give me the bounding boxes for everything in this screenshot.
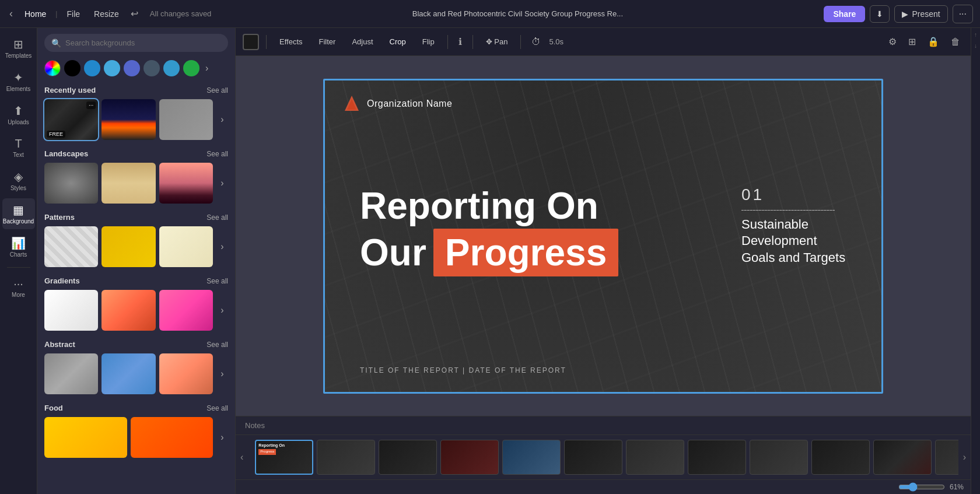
abstract-item-1[interactable] <box>44 353 98 394</box>
color-swatch-green[interactable] <box>183 60 200 76</box>
recently-used-arrow[interactable]: › <box>216 99 228 140</box>
gradient-item-2[interactable] <box>102 290 155 331</box>
recently-used-item-1[interactable]: ··· FREE <box>44 99 98 140</box>
slide-thumb-num-11: 11 <box>873 479 932 479</box>
undo-button[interactable]: ↩ <box>128 6 141 22</box>
styles-label: Styles <box>10 185 26 191</box>
slide-number: 01 <box>741 185 846 204</box>
abstract-see-all[interactable]: See all <box>206 341 228 349</box>
strip-next-button[interactable]: › <box>958 450 971 465</box>
charts-icon: 📊 <box>11 236 26 250</box>
recently-used-header: Recently used See all <box>44 86 228 94</box>
filter-button[interactable]: Filter <box>313 35 342 48</box>
sidebar-item-charts[interactable]: 📊 Charts <box>2 232 35 262</box>
info-button[interactable]: ℹ <box>455 34 466 50</box>
search-input[interactable] <box>44 34 228 52</box>
slide-thumb-11[interactable] <box>873 440 932 475</box>
abstract-item-2[interactable] <box>102 353 155 394</box>
adjust-button[interactable]: Adjust <box>346 35 379 48</box>
abstract-arrow[interactable]: › <box>216 353 228 394</box>
abstract-item-3[interactable] <box>159 353 213 394</box>
recently-used-see-all[interactable]: See all <box>206 86 228 94</box>
landscape-item-2[interactable] <box>102 163 155 204</box>
sidebar-item-text[interactable]: T Text <box>2 132 35 163</box>
food-item-1[interactable] <box>44 417 127 458</box>
color-swatch-indigo[interactable] <box>124 60 140 76</box>
slide-thumb-6[interactable] <box>564 440 622 475</box>
home-button[interactable]: Home <box>20 7 51 21</box>
sidebar-item-styles[interactable]: ◈ Styles <box>2 165 35 196</box>
sidebar-item-background[interactable]: ▦ Background <box>2 198 35 229</box>
food-arrow[interactable]: › <box>216 417 228 458</box>
color-swatch-black[interactable] <box>64 60 80 76</box>
slide-thumb-12[interactable] <box>935 440 958 475</box>
resize-button[interactable]: Resize <box>89 7 124 21</box>
landscape-item-3[interactable] <box>159 163 213 204</box>
back-button[interactable]: ‹ <box>7 5 15 22</box>
rs-button-1[interactable]: ↑ <box>973 30 978 39</box>
file-menu-button[interactable]: File <box>62 7 85 21</box>
effects-button[interactable]: Effects <box>274 35 309 48</box>
pattern-item-1[interactable] <box>44 226 98 267</box>
notes-label[interactable]: Notes <box>245 421 265 430</box>
grid-icon[interactable]: ⊞ <box>905 34 919 50</box>
color-more-button[interactable]: › <box>205 63 208 73</box>
gradients-arrow[interactable]: › <box>216 290 228 331</box>
gradients-see-all[interactable]: See all <box>206 277 228 285</box>
patterns-see-all[interactable]: See all <box>206 213 228 222</box>
color-swatch-blue1[interactable] <box>84 60 100 76</box>
zoom-slider[interactable] <box>898 482 945 492</box>
uploads-icon: ⬆ <box>13 104 23 118</box>
slide-thumb-num-10: 10 <box>811 479 870 479</box>
crop-button[interactable]: Crop <box>384 35 412 48</box>
slide-thumb-num-7: 7 <box>626 479 684 479</box>
more-options-button[interactable]: ··· <box>953 5 973 23</box>
flip-button[interactable]: Flip <box>416 35 440 48</box>
food-item-2[interactable] <box>131 417 214 458</box>
landscapes-arrow[interactable]: › <box>216 163 228 204</box>
landscapes-see-all[interactable]: See all <box>206 150 228 158</box>
slide-thumb-4[interactable] <box>440 440 499 475</box>
strip-prev-button[interactable]: ‹ <box>236 450 248 465</box>
slide-thumb-10[interactable] <box>811 440 870 475</box>
pattern-item-2[interactable] <box>102 226 155 267</box>
present-button[interactable]: ▶ Present <box>894 5 947 23</box>
sidebar-item-elements[interactable]: ✦ Elements <box>2 66 35 97</box>
slide-thumb-5[interactable] <box>502 440 561 475</box>
slide-line2: Our Progress <box>360 229 618 276</box>
lock-icon[interactable]: 🔒 <box>924 34 943 50</box>
slide-thumb-9[interactable] <box>750 440 808 475</box>
gradient-item-1[interactable] <box>44 290 98 331</box>
free-badge: FREE <box>47 131 65 138</box>
pan-button[interactable]: ✥ Pan <box>480 35 514 48</box>
color-swatch-blue2[interactable] <box>104 60 120 76</box>
sidebar-item-more[interactable]: ··· More <box>2 272 35 303</box>
slide-thumb-8[interactable] <box>688 440 746 475</box>
recently-used-item-3[interactable] <box>159 99 213 140</box>
share-button[interactable]: Share <box>824 6 865 22</box>
sidebar-item-uploads[interactable]: ⬆ Uploads <box>2 99 35 130</box>
pattern-item-3[interactable] <box>159 226 213 267</box>
color-picker-button[interactable] <box>243 34 259 50</box>
sidebar-item-templates[interactable]: ⊞ Templates <box>2 33 35 64</box>
download-button[interactable]: ⬇ <box>870 5 890 23</box>
landscape-item-1[interactable] <box>44 163 98 204</box>
color-swatch-teal[interactable] <box>163 60 180 76</box>
trash-icon[interactable]: 🗑 <box>947 34 964 50</box>
thumbnail-dots-menu[interactable]: ··· <box>86 101 96 109</box>
gradient-item-3[interactable] <box>159 290 213 331</box>
color-swatch-slate[interactable] <box>144 60 160 76</box>
slide-thumb-1[interactable]: Reporting On Progress <box>255 440 313 475</box>
slide-thumb-7[interactable] <box>626 440 684 475</box>
slide-thumb-2[interactable] <box>317 440 375 475</box>
timer-icon[interactable]: ⏱ <box>528 34 544 50</box>
filter-toolbar-icon[interactable]: ⚙ <box>885 34 900 50</box>
random-color-swatch[interactable] <box>44 60 61 76</box>
slide-thumb-3[interactable] <box>379 440 437 475</box>
rs-button-2[interactable]: ↓ <box>973 41 978 50</box>
slide-canvas[interactable]: Organization Name Reporting On Our Progr… <box>323 79 883 394</box>
toolbar-divider-4 <box>520 35 521 49</box>
food-see-all[interactable]: See all <box>206 404 228 412</box>
recently-used-item-2[interactable] <box>102 99 155 140</box>
patterns-arrow[interactable]: › <box>216 226 228 267</box>
